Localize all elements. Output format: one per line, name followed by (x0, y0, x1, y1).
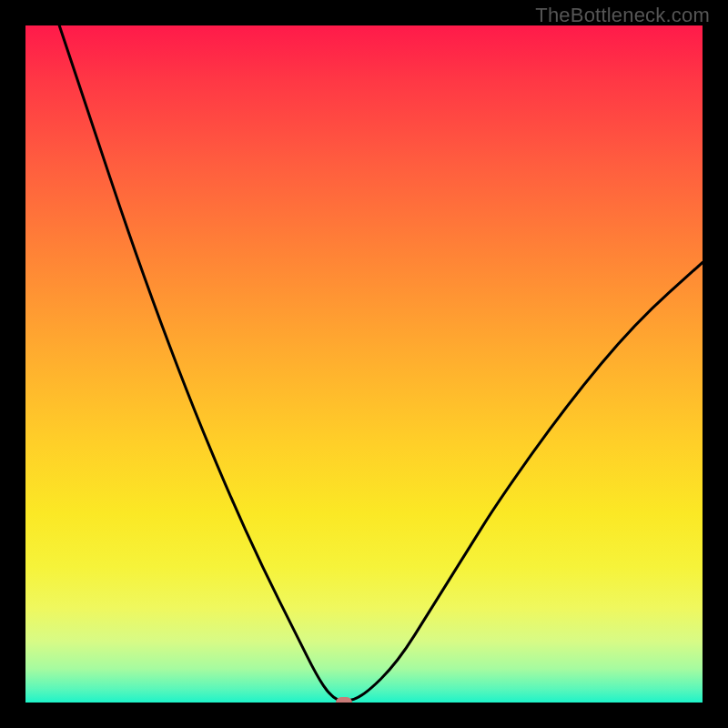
bottleneck-curve (25, 25, 703, 703)
chart-area (25, 25, 703, 703)
optimal-point-marker (336, 697, 352, 703)
watermark-text: TheBottleneck.com (535, 4, 710, 27)
